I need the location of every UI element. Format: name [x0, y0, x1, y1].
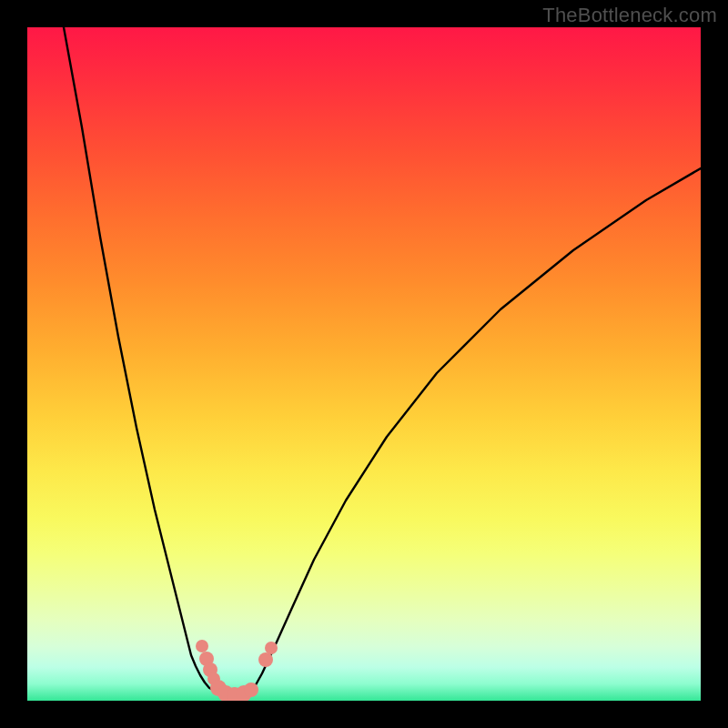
curve-marker [244, 682, 258, 697]
bottleneck-curve [27, 27, 701, 701]
bottleneck-curve-line [64, 27, 701, 694]
watermark-text: TheBottleneck.com [542, 4, 717, 27]
plot-area [27, 27, 701, 701]
curve-marker [265, 642, 278, 654]
curve-marker [258, 652, 273, 667]
curve-marker [196, 640, 208, 652]
chart-frame: TheBottleneck.com [0, 0, 728, 728]
